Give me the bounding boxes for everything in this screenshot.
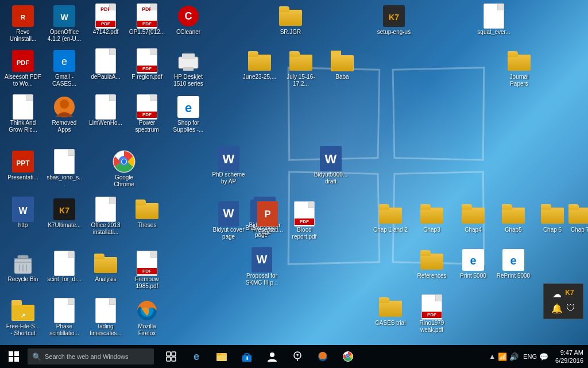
svg-rect-67 (14, 351, 19, 356)
icon-fremouw[interactable]: Fremouw 1985.pdf (126, 250, 168, 292)
icon-chap7[interactable]: Chap 7 (559, 200, 588, 236)
system-tray-popup: ☁ K7 🔔 🛡 (543, 283, 583, 319)
icon-gp157[interactable]: PDF GP1.57(012... (126, 2, 168, 38)
icon-hpdeskjet[interactable]: HP Deskjet 1510 series (168, 47, 209, 90)
svg-rect-69 (14, 357, 19, 362)
icon-freefiles[interactable]: ↗ Free-File-S... - Shortcut (2, 297, 44, 339)
svg-rect-66 (9, 351, 13, 356)
icon-proposalskmc[interactable]: W Proposal for SKMC III p... (241, 246, 283, 289)
icon-reprint5000[interactable]: e RePrint 5000 (493, 246, 534, 282)
icon-aiseesoft[interactable]: PDF Aiseesoft PDF to Wo... (2, 47, 44, 90)
tray-cloud-icon[interactable]: ☁ (552, 289, 562, 300)
icon-thinkgrow[interactable]: Think And Grow Ric... (2, 93, 44, 136)
taskbar-store[interactable]: ⬇ (234, 345, 260, 368)
icon-k7ultimate[interactable]: K7 K7Ultimate... (44, 195, 85, 231)
icon-phdscheme[interactable]: W PhD scheme by AP (208, 145, 249, 187)
svg-text:e: e (194, 351, 199, 362)
taskbar-firefox[interactable] (310, 345, 335, 368)
svg-text:W: W (60, 13, 68, 22)
taskbar-chrome[interactable] (335, 345, 361, 368)
icon-ccleaner[interactable]: C CCleaner (168, 2, 209, 38)
taskbar-clock[interactable]: 9:47 AM 6/29/2016 (551, 348, 583, 365)
svg-rect-77 (217, 355, 226, 361)
svg-text:W: W (325, 152, 337, 166)
icon-presentati-ppt[interactable]: P Presentati... (247, 200, 288, 236)
svg-rect-73 (172, 357, 176, 361)
tray-notification-icon[interactable]: 💬 (539, 352, 548, 361)
icon-googlechrome[interactable]: Google Chrome (103, 148, 145, 190)
icon-chap5[interactable]: Chap5 (493, 200, 534, 236)
clock-time: 9:47 AM (555, 348, 583, 356)
taskbar-right: ▲ 📶 🔊 ENG 💬 9:47 AM 6/29/2016 (489, 345, 588, 368)
icon-openoffice[interactable]: W OpenOffice 4.1.2 (en-U... (44, 2, 85, 45)
icon-47142pdf[interactable]: PDF 47142.pdf (85, 2, 126, 38)
svg-text:W: W (223, 207, 234, 220)
search-icon: 🔍 (32, 352, 41, 361)
icon-http[interactable]: W http (2, 195, 44, 231)
svg-rect-14 (183, 67, 194, 71)
tray-k7-icon[interactable]: K7 (565, 289, 574, 300)
tray-volume-icon[interactable]: 🔊 (509, 352, 519, 361)
svg-rect-72 (167, 357, 171, 361)
icon-revo[interactable]: R Revo Uninstall... (2, 2, 44, 45)
svg-text:e: e (470, 254, 476, 267)
tray-alert-icon[interactable]: 🔔 (551, 303, 563, 314)
svg-point-19 (60, 99, 69, 109)
svg-text:W: W (18, 206, 28, 216)
icon-print5000[interactable]: e Print 5000 (452, 246, 494, 282)
icon-casestrial[interactable]: CASES trial (370, 293, 411, 329)
svg-text:K7: K7 (389, 13, 399, 22)
icon-bidyut-cover-pg[interactable]: W Bidyut cover page (208, 200, 249, 243)
icon-phasescint[interactable]: Phase scintillatio... (44, 297, 85, 339)
icon-baba[interactable]: Baba (322, 47, 363, 83)
desktop: R Revo Uninstall... W OpenOffice 4.1.2 (… (0, 0, 588, 345)
icon-recyclebin[interactable]: Recycle Bin (2, 250, 44, 285)
icon-july15[interactable]: July 15-16-17,2... (280, 47, 322, 90)
icon-sbasiono[interactable]: sbas_iono_s... (44, 148, 85, 190)
icon-theses[interactable]: Theses (126, 195, 168, 231)
tray-up-arrow[interactable]: ▲ (489, 352, 496, 361)
svg-text:↗: ↗ (21, 312, 25, 319)
icon-removedapps[interactable]: Removed Apps (44, 93, 85, 136)
search-bar[interactable]: 🔍 Search the web and Windows (28, 348, 154, 365)
icon-bloodreport[interactable]: Blood report.pdf (284, 200, 325, 243)
clock-date: 6/29/2016 (555, 356, 583, 365)
icon-rino1979[interactable]: Rino1979 weak.pdf (411, 293, 452, 336)
svg-text:P: P (265, 209, 271, 219)
taskbar-apps: e ⬇ (158, 345, 361, 368)
svg-text:PPT: PPT (16, 159, 30, 167)
start-button[interactable] (0, 345, 28, 368)
search-label: Search the web and Windows (45, 353, 129, 360)
icon-squatever[interactable]: squat_ever... (473, 2, 514, 38)
icon-limwenho[interactable]: LimWenHo... (85, 93, 126, 129)
icon-srjgr[interactable]: SR.JGR (270, 2, 311, 38)
icon-bidyut5000draft[interactable]: W Bidyut5000... draft (310, 145, 351, 187)
taskbar-edge[interactable]: e (184, 345, 209, 368)
icon-setupengus[interactable]: K7 setup-eng-us (373, 2, 415, 38)
icon-mozillafirefox[interactable]: Mozilla Firefox (126, 297, 168, 339)
icon-shopsupplies[interactable]: e Shop for Supplies -... (168, 93, 209, 136)
icon-depaulaa[interactable]: dePaulaA... (85, 47, 126, 83)
icon-scintfordi[interactable]: scint_for_di... (44, 250, 85, 285)
tray-network-icon[interactable]: 📶 (498, 352, 507, 361)
icon-powerspectrum[interactable]: Power spectrum (126, 93, 168, 136)
icon-fregion[interactable]: F region.pdf (126, 47, 168, 83)
icon-references[interactable]: References (411, 246, 452, 282)
taskbar-tips[interactable]: ? (285, 345, 310, 368)
icon-chap4[interactable]: Chap4 (452, 200, 494, 236)
icon-gmail[interactable]: e Gmail - CASES... (44, 47, 85, 90)
icon-journalpapers[interactable]: Journal Papers (498, 47, 540, 90)
taskbar: 🔍 Search the web and Windows e (0, 345, 588, 368)
icon-presentati[interactable]: PPT Presentati... (2, 148, 44, 183)
taskbar-files[interactable] (209, 345, 234, 368)
icon-fadingtimes[interactable]: fading timescales... (85, 297, 126, 339)
icon-chap12[interactable]: Chap 1 and 2 (370, 200, 411, 236)
icon-chap3[interactable]: Chap3 (411, 200, 452, 236)
tray-shield-icon[interactable]: 🛡 (566, 303, 575, 314)
svg-rect-56 (18, 255, 28, 259)
icon-office2013[interactable]: Office 2013 installati... (85, 195, 126, 238)
taskbar-people[interactable] (260, 345, 285, 368)
icon-june2325[interactable]: June23-25,... (239, 47, 280, 83)
icon-analysis[interactable]: Analysis (85, 250, 126, 285)
taskbar-taskview[interactable] (158, 345, 184, 368)
